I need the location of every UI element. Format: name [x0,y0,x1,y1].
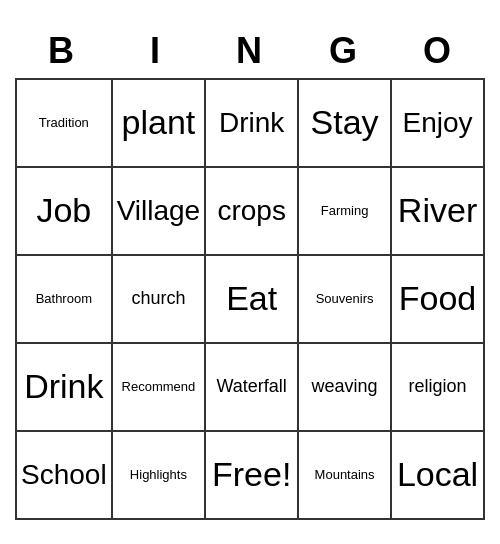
bingo-cell-2: Drink [206,80,299,168]
bingo-cell-6: Village [113,168,207,256]
cell-text-18: weaving [312,377,378,397]
cell-text-9: River [398,192,477,229]
bingo-cell-4: Enjoy [392,80,485,168]
bingo-cell-1: plant [113,80,207,168]
cell-text-10: Bathroom [36,292,92,306]
cell-text-5: Job [36,192,91,229]
bingo-cell-11: church [113,256,207,344]
bingo-cell-14: Food [392,256,485,344]
bingo-cell-21: Highlights [113,432,207,520]
cell-text-11: church [131,289,185,309]
bingo-cell-9: River [392,168,485,256]
header-letter-n: N [203,24,297,78]
bingo-cell-5: Job [17,168,113,256]
bingo-cell-18: weaving [299,344,392,432]
cell-text-7: crops [217,196,285,227]
bingo-cell-12: Eat [206,256,299,344]
bingo-cell-3: Stay [299,80,392,168]
cell-text-0: Tradition [39,116,89,130]
cell-text-19: religion [409,377,467,397]
bingo-cell-15: Drink [17,344,113,432]
cell-text-21: Highlights [130,468,187,482]
cell-text-22: Free! [212,456,291,493]
bingo-cell-23: Mountains [299,432,392,520]
header-letter-o: O [391,24,485,78]
bingo-cell-8: Farming [299,168,392,256]
bingo-cell-19: religion [392,344,485,432]
cell-text-2: Drink [219,108,284,139]
cell-text-3: Stay [311,104,379,141]
cell-text-12: Eat [226,280,277,317]
bingo-grid: TraditionplantDrinkStayEnjoyJobVillagecr… [15,78,485,520]
cell-text-6: Village [117,196,201,227]
cell-text-24: Local [397,456,478,493]
bingo-cell-16: Recommend [113,344,207,432]
header-letter-g: G [297,24,391,78]
bingo-cell-17: Waterfall [206,344,299,432]
bingo-cell-22: Free! [206,432,299,520]
bingo-cell-10: Bathroom [17,256,113,344]
header-letter-b: B [15,24,109,78]
cell-text-4: Enjoy [403,108,473,139]
cell-text-14: Food [399,280,477,317]
bingo-card: BINGO TraditionplantDrinkStayEnjoyJobVil… [15,24,485,520]
cell-text-17: Waterfall [216,377,286,397]
cell-text-15: Drink [24,368,103,405]
cell-text-1: plant [122,104,196,141]
bingo-cell-20: School [17,432,113,520]
bingo-cell-13: Souvenirs [299,256,392,344]
bingo-cell-24: Local [392,432,485,520]
bingo-header: BINGO [15,24,485,78]
cell-text-13: Souvenirs [316,292,374,306]
bingo-cell-7: crops [206,168,299,256]
cell-text-8: Farming [321,204,369,218]
header-letter-i: I [109,24,203,78]
cell-text-16: Recommend [122,380,196,394]
cell-text-20: School [21,460,107,491]
cell-text-23: Mountains [315,468,375,482]
bingo-cell-0: Tradition [17,80,113,168]
